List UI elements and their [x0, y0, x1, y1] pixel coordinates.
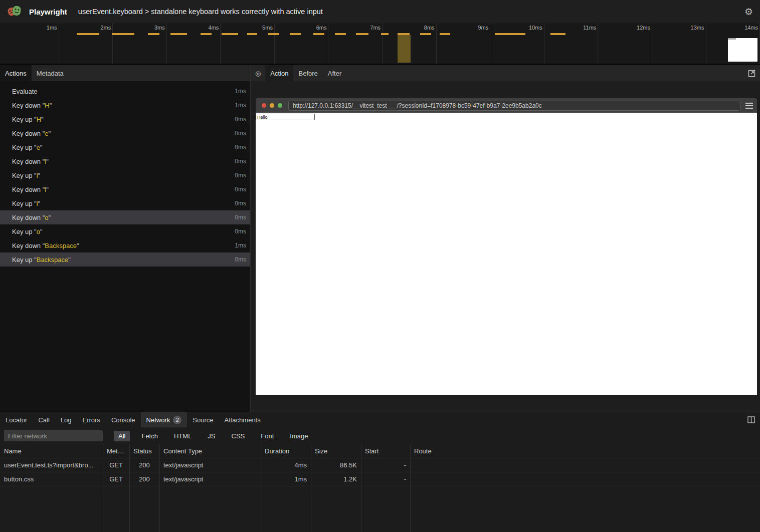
action-row[interactable]: Key down "e"0ms	[0, 126, 250, 140]
tab-actions[interactable]: Actions	[0, 65, 32, 81]
action-key-quote: "	[40, 144, 43, 151]
action-row[interactable]: Key down "o"0ms	[0, 210, 250, 224]
column-header-start[interactable]: Start	[361, 447, 410, 455]
filter-chip-font[interactable]: Font	[256, 431, 278, 441]
tab-source[interactable]: Source	[187, 412, 219, 427]
action-duration-marker	[420, 33, 431, 35]
tab-before[interactable]: Before	[293, 65, 322, 81]
tab-metadata[interactable]: Metadata	[32, 65, 69, 81]
network-cell: GET	[103, 461, 129, 469]
timeline-tick-label: 7ms	[370, 25, 381, 31]
tab-call[interactable]: Call	[33, 412, 55, 427]
action-duration: 1ms	[235, 242, 246, 249]
network-table-row[interactable]: button.cssGET200text/javascript1ms1.2K-	[0, 472, 760, 486]
action-title: Key down "e"	[12, 130, 235, 137]
action-key-quote: "	[77, 242, 79, 249]
traffic-light-green-icon	[278, 103, 282, 108]
column-header-status[interactable]: Status	[129, 447, 159, 455]
toggle-layout-split-icon[interactable]	[742, 412, 760, 427]
filter-chip-image[interactable]: Image	[285, 431, 312, 441]
snapshot-input-value: Hello	[257, 115, 268, 120]
app-header: Playwright userEvent.keyboard > standalo…	[0, 0, 760, 23]
action-row[interactable]: Key up "o"0ms	[0, 224, 250, 238]
thumbnail-chrome-sliver	[728, 38, 736, 40]
traffic-light-red-icon	[262, 103, 266, 108]
column-header-size[interactable]: Size	[311, 447, 361, 455]
snapshot-area: http://127.0.0.1:63315/__vitest_test___/…	[251, 81, 760, 412]
action-row[interactable]: Key up "H"0ms	[0, 112, 250, 126]
timeline-tick-cell: 2ms	[59, 23, 113, 64]
column-header-route[interactable]: Route	[410, 447, 760, 455]
actions-panel-tabbar: ActionsMetadata	[0, 65, 250, 81]
filter-chip-html[interactable]: HTML	[169, 431, 196, 441]
action-key: H	[37, 116, 41, 123]
network-table: NameMethodStatusContent TypeDurationSize…	[0, 444, 760, 486]
column-header-method[interactable]: Method	[103, 447, 129, 455]
action-key-quote: "	[49, 214, 51, 221]
timeline-tick-label: 8ms	[424, 25, 435, 31]
action-duration: 0ms	[235, 228, 246, 235]
tab-locator[interactable]: Locator	[0, 412, 33, 427]
snapshot-text-input: Hello	[256, 114, 315, 120]
timeline-tick-cell: 13ms	[652, 23, 706, 64]
network-filter-input[interactable]	[4, 430, 103, 441]
network-cell: userEvent.test.ts?import&bro...	[0, 461, 103, 469]
action-title: Key down "l"	[12, 158, 235, 165]
action-duration-marker	[268, 33, 279, 35]
timeline-selected-range[interactable]	[398, 35, 411, 63]
action-key-quote: "	[41, 116, 44, 123]
action-key: e	[45, 130, 48, 137]
action-duration: 1ms	[235, 102, 246, 109]
browser-snapshot[interactable]: http://127.0.0.1:63315/__vitest_test___/…	[256, 98, 757, 395]
page-url: http://127.0.0.1:63315/__vitest_test___/…	[293, 102, 542, 109]
settings-gear-icon[interactable]: ⚙	[744, 6, 753, 18]
open-external-icon[interactable]	[743, 65, 760, 81]
action-row[interactable]: Key down "l"0ms	[0, 154, 250, 168]
tab-console[interactable]: Console	[106, 412, 141, 427]
action-row[interactable]: Key up "Backspace"0ms	[0, 252, 250, 267]
action-title: Key up "H"	[12, 116, 235, 123]
tab-network[interactable]: Network2	[141, 412, 187, 427]
action-row[interactable]: Key up "l"0ms	[0, 168, 250, 182]
action-key: e	[37, 144, 40, 151]
column-header-name[interactable]: Name	[0, 447, 103, 455]
action-row[interactable]: Key down "H"1ms	[0, 98, 250, 112]
action-row[interactable]: Key down "Backspace"1ms	[0, 238, 250, 252]
tab-errors[interactable]: Errors	[77, 412, 105, 427]
filter-chip-css[interactable]: CSS	[227, 431, 250, 441]
timeline-tick-cell: 11ms	[544, 23, 599, 64]
tab-attachments[interactable]: Attachments	[219, 412, 266, 427]
timeline[interactable]: 1ms2ms3ms4ms5ms6ms7ms8ms9ms10ms11ms12ms1…	[0, 23, 760, 65]
action-row[interactable]: Evaluate1ms	[0, 84, 250, 98]
actions-list: Evaluate1msKey down "H"1msKey up "H"0msK…	[0, 81, 250, 412]
test-title: userEvent.keyboard > standalone keyboard…	[78, 8, 323, 16]
tab-action[interactable]: Action	[265, 65, 293, 81]
action-title: Key up "o"	[12, 228, 235, 235]
action-row[interactable]: Key up "e"0ms	[0, 140, 250, 154]
action-title: Key down "o"	[12, 214, 235, 221]
filter-chip-fetch[interactable]: Fetch	[137, 431, 162, 441]
column-header-duration[interactable]: Duration	[261, 447, 311, 455]
action-duration-marker	[170, 33, 187, 35]
filter-chip-js[interactable]: JS	[203, 431, 220, 441]
tab-log[interactable]: Log	[55, 412, 77, 427]
action-row[interactable]: Key up "l"0ms	[0, 196, 250, 210]
column-header-content-type[interactable]: Content Type	[159, 447, 261, 455]
action-title: Key down "H"	[12, 102, 235, 109]
timeline-tick-label: 6ms	[316, 25, 327, 31]
timeline-tick-cell: 1ms	[5, 23, 59, 64]
traffic-light-yellow-icon	[270, 103, 274, 108]
filter-chip-all[interactable]: All	[114, 431, 130, 441]
network-table-row[interactable]: userEvent.test.ts?import&bro...GET200tex…	[0, 458, 760, 472]
actions-panel: ActionsMetadata Evaluate1msKey down "H"1…	[0, 65, 251, 412]
tab-after[interactable]: After	[323, 65, 346, 81]
action-duration-marker	[148, 33, 159, 35]
timeline-tick-cell: 4ms	[167, 23, 221, 64]
pick-locator-target-icon[interactable]: ◎	[251, 65, 265, 81]
action-title: Key down "Backspace"	[12, 242, 235, 249]
app-title: Playwright	[29, 8, 67, 16]
action-key: Backspace	[45, 242, 77, 249]
action-duration: 0ms	[235, 214, 246, 221]
action-row[interactable]: Key down "l"0ms	[0, 182, 250, 196]
action-duration-marker	[335, 33, 346, 35]
